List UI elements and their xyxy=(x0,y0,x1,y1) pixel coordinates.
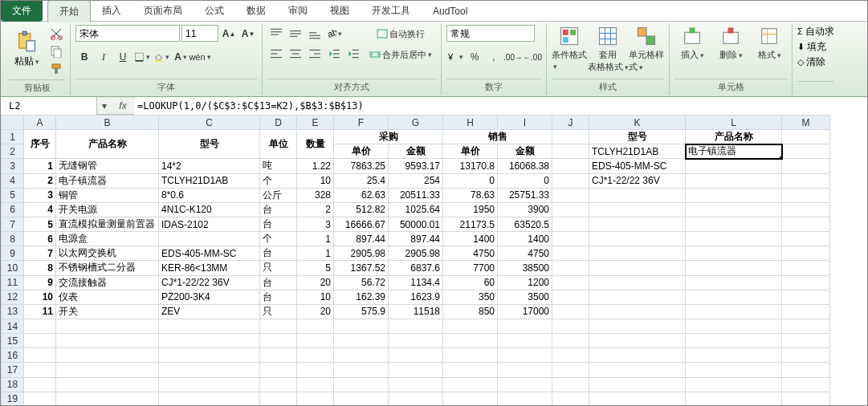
cell-F18[interactable] xyxy=(334,377,389,392)
cell-L5[interactable] xyxy=(686,188,782,202)
cell-A11[interactable]: 9 xyxy=(24,275,56,290)
cell-H15[interactable] xyxy=(443,334,498,348)
indent-decrease-button[interactable] xyxy=(325,45,343,63)
cell-A15[interactable] xyxy=(24,334,56,348)
cell-C11[interactable]: CJ*1-22/22 36V xyxy=(159,275,260,290)
cut-button[interactable] xyxy=(47,25,65,43)
cell-F5[interactable]: 62.63 xyxy=(334,188,389,202)
cell-B10[interactable]: 不锈钢槽式二分器 xyxy=(56,261,159,275)
cell-K15[interactable] xyxy=(589,334,686,348)
cell-L2[interactable]: 电子镇流器 xyxy=(686,144,782,159)
cell-L4[interactable] xyxy=(686,173,782,188)
cell-style-button[interactable]: 单元格样式 xyxy=(629,25,664,73)
dec-decimal-button[interactable]: ←.00 xyxy=(524,48,541,66)
sum-button[interactable]: Σ 自动求 xyxy=(797,25,834,39)
cell-A9[interactable]: 7 xyxy=(24,246,56,261)
cell-E9[interactable]: 1 xyxy=(297,246,334,261)
cell-A13[interactable]: 11 xyxy=(24,304,56,319)
cell-G11[interactable]: 1134.4 xyxy=(389,275,443,290)
col-head-J[interactable]: J xyxy=(552,116,589,130)
cell-J14[interactable] xyxy=(552,319,589,333)
cell-K5[interactable] xyxy=(589,188,686,202)
cell-H13[interactable]: 850 xyxy=(443,304,498,319)
cell-F12[interactable]: 162.39 xyxy=(334,290,389,304)
cell-F9[interactable]: 2905.98 xyxy=(334,246,389,261)
tab-view[interactable]: 视图 xyxy=(319,0,361,22)
select-all[interactable] xyxy=(2,116,24,130)
cell-J2[interactable] xyxy=(552,144,589,159)
paste-button[interactable]: 粘贴 xyxy=(9,25,44,73)
cell-H6[interactable]: 1950 xyxy=(443,202,498,217)
cell-L6[interactable] xyxy=(686,202,782,217)
cell-G15[interactable] xyxy=(389,334,443,348)
cell-K19[interactable] xyxy=(589,392,686,406)
cell-K17[interactable] xyxy=(589,363,686,377)
cell-B11[interactable]: 交流接触器 xyxy=(56,275,159,290)
cell-L11[interactable] xyxy=(686,275,782,290)
bold-button[interactable]: B xyxy=(75,48,93,66)
cell-B13[interactable]: 开关 xyxy=(56,304,159,319)
font-color-button[interactable]: A xyxy=(172,48,189,66)
cell-M2[interactable] xyxy=(782,144,830,159)
cell-B14[interactable] xyxy=(56,319,159,333)
inc-decimal-button[interactable]: .00→ xyxy=(504,48,522,66)
cell-B6[interactable]: 开关电源 xyxy=(56,202,159,217)
row-head-6[interactable]: 6 xyxy=(2,202,24,217)
cell-M17[interactable] xyxy=(782,363,830,377)
cell-J17[interactable] xyxy=(552,363,589,377)
cell-D10[interactable]: 只 xyxy=(260,261,297,275)
cell-K3[interactable]: EDS-405-MM-SC xyxy=(589,159,686,173)
cell-F17[interactable] xyxy=(334,363,389,377)
cell-C6[interactable]: 4N1C-K120 xyxy=(159,202,260,217)
formula-input[interactable] xyxy=(134,97,867,115)
cell-A7[interactable]: 5 xyxy=(24,217,56,231)
cell-A8[interactable]: 6 xyxy=(24,232,56,246)
cell-K12[interactable] xyxy=(589,290,686,304)
cell-D1[interactable]: 单位 xyxy=(260,130,297,159)
cell-H16[interactable] xyxy=(443,348,498,363)
cell-F3[interactable]: 7863.25 xyxy=(334,159,389,173)
cell-H12[interactable]: 350 xyxy=(443,290,498,304)
cell-K18[interactable] xyxy=(589,377,686,392)
cell-C1[interactable]: 型号 xyxy=(159,130,260,159)
cell-G16[interactable] xyxy=(389,348,443,363)
cell-F16[interactable] xyxy=(334,348,389,363)
cell-H1[interactable]: 销售 xyxy=(443,130,552,144)
cell-H14[interactable] xyxy=(443,319,498,333)
cell-I19[interactable] xyxy=(498,392,552,406)
cell-D8[interactable]: 个 xyxy=(260,232,297,246)
row-head-12[interactable]: 12 xyxy=(2,290,24,304)
clear-button[interactable]: ◇ 清除 xyxy=(797,55,825,69)
delete-cells-button[interactable]: 删除 xyxy=(713,25,748,61)
cond-format-button[interactable]: 条件格式 xyxy=(552,25,587,71)
cell-C13[interactable]: ZEV xyxy=(159,304,260,319)
cell-J6[interactable] xyxy=(552,202,589,217)
cell-C5[interactable]: 8*0.6 xyxy=(159,188,260,202)
cell-G13[interactable]: 11518 xyxy=(389,304,443,319)
col-head-B[interactable]: B xyxy=(56,116,159,130)
row-head-4[interactable]: 4 xyxy=(2,173,24,188)
cell-E4[interactable]: 10 xyxy=(297,173,334,188)
cell-A3[interactable]: 1 xyxy=(24,159,56,173)
cell-M14[interactable] xyxy=(782,319,830,333)
cell-C12[interactable]: PZ200-3K4 xyxy=(159,290,260,304)
comma-button[interactable]: , xyxy=(485,48,503,66)
cell-B9[interactable]: 以太网交换机 xyxy=(56,246,159,261)
cell-G17[interactable] xyxy=(389,363,443,377)
cell-K6[interactable] xyxy=(589,202,686,217)
cell-G8[interactable]: 897.44 xyxy=(389,232,443,246)
cell-I5[interactable]: 25751.33 xyxy=(498,188,552,202)
cell-K13[interactable] xyxy=(589,304,686,319)
tab-formula[interactable]: 公式 xyxy=(194,0,235,22)
cell-K10[interactable] xyxy=(589,261,686,275)
cell-D9[interactable]: 台 xyxy=(260,246,297,261)
cell-L16[interactable] xyxy=(686,348,782,363)
cell-M3[interactable] xyxy=(782,159,830,173)
col-head-I[interactable]: I xyxy=(498,116,552,130)
cell-J9[interactable] xyxy=(552,246,589,261)
row-head-15[interactable]: 15 xyxy=(2,334,24,348)
cell-E12[interactable]: 10 xyxy=(297,290,334,304)
cell-J16[interactable] xyxy=(552,348,589,363)
cell-F14[interactable] xyxy=(334,319,389,333)
cell-C8[interactable] xyxy=(159,232,260,246)
